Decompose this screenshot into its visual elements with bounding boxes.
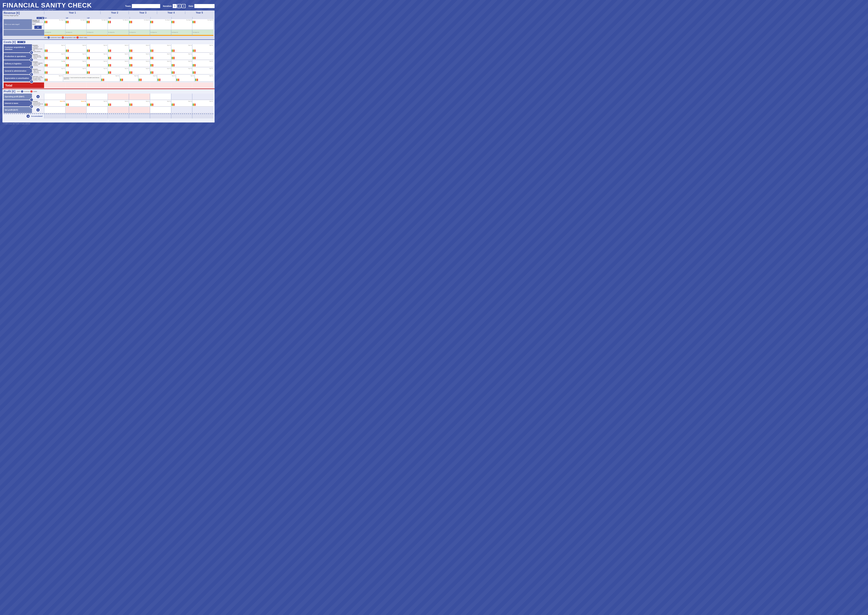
cost-cell-acq-y2: High No (129, 44, 150, 52)
date-label: Date (188, 5, 193, 7)
profit-cell-ebit-q4 (108, 94, 129, 100)
cost-examples-production: Examples: + Raw materials + Production s… (32, 53, 44, 59)
profit-data-interest: MaybeNo MaybeNo High No High No (44, 100, 213, 106)
cost-data-general: High No High No High No High No (44, 67, 213, 74)
total-cell-q2 (65, 83, 86, 88)
iter-btn-2[interactable]: 2 (177, 4, 181, 8)
team-input[interactable] (132, 4, 160, 8)
header: FINANCIAL SANITY CHECK Orange Hills™ Gmb… (2, 2, 214, 10)
date-field: Date (188, 4, 214, 8)
cost-cell-del-q2: High No (65, 60, 86, 67)
cost-cell-prod-y3: High No (150, 53, 171, 59)
op-equals-net-badge: = (36, 108, 40, 112)
profit-cell-net-q2 (65, 107, 86, 113)
year1-label: Year 1 (44, 11, 100, 14)
cost-cell-prod-q1: High No (44, 53, 65, 59)
accumulated-data (44, 114, 213, 119)
cost-cell-prod-y5: High No (192, 53, 213, 59)
profit-op-net: = (32, 107, 44, 113)
rev-val-q1: Yes Maybe No (44, 30, 65, 36)
profit-label-net: Net profit (EAT) (4, 107, 32, 113)
total-data (44, 83, 213, 88)
cost-cell-acq-q4: High No (108, 44, 129, 52)
subtitle: Orange Hills™ GmbH | www.orangehills.de … (2, 9, 92, 10)
footer: © 2018 Orange Hills™ GmbH. All rights re… (2, 122, 214, 125)
cost-cell-dep-q4: High No (119, 75, 138, 81)
cost-cell-del-y3: High No (150, 60, 171, 67)
rev-cell-q1-customers: Too High No (44, 19, 65, 29)
acc-cell-y5 (192, 114, 213, 119)
acc-cell-y3 (150, 114, 171, 119)
acc-cell-y4 (171, 114, 192, 119)
profit-cell-int-q1: MaybeNo (44, 100, 65, 106)
rev-val-y4: Yes Maybe No (171, 30, 192, 36)
total-label: Total (4, 83, 44, 88)
op-multiply-diff: × (62, 36, 64, 39)
cost-cell-dep-amort-note: Amortisation = Costs incurred from the a… (63, 75, 101, 81)
rev-cell-y4-customers: Too High No (171, 19, 192, 29)
cost-data-delivery: YesNo High No High No High No (44, 60, 213, 67)
accumulated-label: Accumulated (31, 115, 42, 117)
cost-cell-acq-q1: High No (44, 44, 65, 52)
cost-cell-prod-q3: High No (86, 53, 108, 59)
content-area: Revenue [€] Primary target group Year 1 … (2, 11, 214, 122)
rev-val-q4: Yes Maybe No (108, 30, 129, 36)
vat-select-revenue[interactable]: VAT?incl.excl. (37, 17, 44, 19)
cost-cell-gen-y3: High No (150, 67, 171, 74)
profit-cell-ebit-y5 (192, 94, 213, 100)
euro-button[interactable]: € (34, 26, 42, 29)
cost-cell-gen-q1: High No (44, 67, 65, 74)
acc-cell-y2 (129, 114, 150, 119)
op-plus-4: + (30, 73, 33, 76)
revenue-section: Revenue [€] Primary target group Year 1 … (2, 11, 214, 40)
year2-label: Year 2 (100, 11, 128, 14)
clv-input[interactable] (36, 23, 44, 25)
cost-cell-acq-y4: High No (171, 44, 192, 52)
cost-cell-gen-y5: High No (192, 67, 213, 74)
diff-formula-row: Diff. = customer base × (acquisition rat… (4, 36, 213, 39)
cost-row-general: General & administration Examples: + R&D… (4, 67, 213, 74)
cost-cell-del-q1: YesNo (44, 60, 65, 67)
total-cell-q3 (86, 83, 108, 88)
ebit-formula: EBIT = revenue − costs (17, 91, 37, 92)
profit-section: Profit [€] EBIT = revenue − costs Operat… (2, 89, 214, 122)
cost-cell-dep-q3: High No (101, 75, 119, 81)
cost-cell-acq-q2: High No (65, 44, 86, 52)
rev-val-q2: Yes Maybe No (65, 30, 86, 36)
op-equals-net: = (30, 105, 33, 108)
profit-op-ebit: = (32, 94, 44, 100)
op-plus-2: + (30, 58, 33, 62)
cost-label-production: Production & operations (4, 53, 32, 59)
date-input[interactable] (194, 4, 214, 8)
diff-formula: Diff. = customer base × (acquisition rat… (44, 36, 87, 39)
cost-cell-acq-y3: High No (150, 44, 171, 52)
iter-btn-3[interactable]: 3 (181, 4, 186, 8)
rev-cell-q2-customers: Too High No (65, 19, 86, 29)
rev-cell-y3-customers: Too High No (150, 19, 171, 29)
accumulated-row: + Accumulated (4, 114, 213, 119)
title-block: FINANCIAL SANITY CHECK Orange Hills™ Gmb… (2, 2, 92, 10)
profit-cell-net-q1 (44, 107, 65, 113)
op-minus-ebit: − (30, 91, 33, 92)
profit-cell-int-q3: High No (86, 100, 108, 106)
profit-row-net: Net profit (EAT) = (4, 107, 213, 113)
profit-cell-net-q4 (108, 107, 129, 113)
costs-section: Costs [€] VAT?incl.excl. Customer acquis… (2, 40, 214, 89)
rev-val-y3: Yes Maybe No (150, 30, 171, 36)
clv-label: CLV (32, 23, 35, 25)
customer-q-label: Who is our sales target? (5, 23, 31, 25)
profit-cell-ebit-q3 (86, 94, 108, 100)
vat-select-costs[interactable]: VAT?incl.excl. (17, 41, 25, 43)
cost-cell-acq-q3: High No (86, 44, 108, 52)
cost-cell-del-y5: High No (192, 60, 213, 67)
profit-cell-net-y3 (150, 107, 171, 113)
num-customers-label: Number of customers (32, 20, 44, 22)
iter-btn-1[interactable]: 1 (173, 4, 177, 8)
q4-label: Q4 (108, 17, 130, 19)
profit-cell-ebit-q1 (44, 94, 65, 100)
cost-cell-gen-q4: High No (108, 67, 129, 74)
cost-cell-del-y4: High No (171, 60, 192, 67)
profit-data-net (44, 107, 213, 113)
rev-val-y5: Yes Maybe No (192, 30, 213, 36)
op-plus-acc: + (26, 114, 30, 118)
